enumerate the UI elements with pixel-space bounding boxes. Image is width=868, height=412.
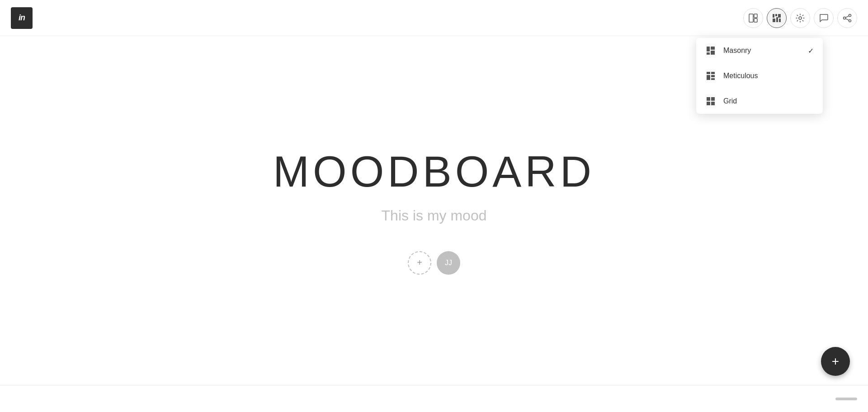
layout-icon (748, 13, 758, 23)
add-collaborator-icon: + (417, 258, 422, 268)
board-subtitle: This is my mood (382, 207, 487, 224)
layout-view-button[interactable] (743, 8, 763, 28)
collaborator-avatar-jj[interactable]: JJ (437, 251, 460, 275)
fab-icon: + (832, 354, 839, 369)
layout-dropdown: Masonry ✓ Meticulous Grid (696, 38, 823, 114)
svg-rect-5 (778, 14, 781, 18)
avatar-initials: JJ (445, 259, 452, 267)
svg-rect-22 (711, 75, 715, 77)
masonry-label: Masonry (723, 47, 801, 55)
dropdown-item-meticulous[interactable]: Meticulous (696, 63, 823, 89)
grid-view-icon (772, 13, 782, 23)
collaborators-row: + JJ (408, 251, 460, 275)
settings-button[interactable] (790, 8, 810, 28)
settings-icon (795, 13, 805, 23)
grid-label: Grid (723, 97, 814, 105)
svg-line-13 (845, 16, 849, 18)
svg-point-10 (849, 14, 851, 16)
masonry-check: ✓ (808, 47, 814, 55)
svg-point-12 (849, 19, 851, 22)
grid-icon (705, 96, 716, 107)
svg-rect-19 (707, 72, 710, 74)
share-button[interactable] (837, 8, 857, 28)
masonry-icon (705, 45, 716, 56)
svg-rect-23 (711, 78, 715, 80)
meticulous-icon (705, 70, 716, 81)
svg-rect-15 (707, 47, 710, 52)
fab-button[interactable]: + (821, 347, 850, 376)
top-bar: in (0, 0, 868, 36)
add-collaborator-button[interactable]: + (408, 251, 431, 275)
svg-point-11 (844, 17, 846, 19)
meticulous-label: Meticulous (723, 72, 814, 80)
svg-rect-2 (754, 19, 757, 22)
svg-rect-18 (711, 51, 715, 55)
bottom-bar (0, 385, 868, 412)
svg-rect-0 (749, 14, 753, 22)
dropdown-item-masonry[interactable]: Masonry ✓ (696, 38, 823, 63)
toolbar (743, 8, 857, 28)
svg-rect-8 (779, 19, 781, 22)
svg-rect-21 (707, 75, 710, 80)
svg-point-9 (799, 17, 802, 19)
svg-rect-20 (711, 72, 715, 74)
svg-line-14 (845, 19, 849, 20)
dropdown-item-grid[interactable]: Grid (696, 89, 823, 114)
svg-rect-17 (707, 52, 710, 55)
grid-view-button[interactable] (767, 8, 787, 28)
svg-rect-4 (775, 14, 777, 16)
board-title: MOODBOARD (273, 147, 595, 197)
comments-icon (819, 13, 829, 23)
comments-button[interactable] (814, 8, 834, 28)
logo-text: in (19, 13, 25, 23)
logo[interactable]: in (11, 7, 33, 29)
svg-rect-1 (754, 14, 757, 18)
svg-rect-26 (707, 102, 710, 105)
svg-rect-7 (776, 17, 778, 22)
share-icon (842, 13, 852, 23)
svg-rect-6 (773, 19, 775, 22)
svg-rect-24 (707, 97, 710, 101)
svg-rect-3 (773, 14, 774, 18)
svg-rect-16 (711, 47, 715, 50)
svg-rect-27 (711, 102, 715, 105)
scroll-indicator (835, 398, 857, 400)
svg-rect-25 (711, 97, 715, 101)
